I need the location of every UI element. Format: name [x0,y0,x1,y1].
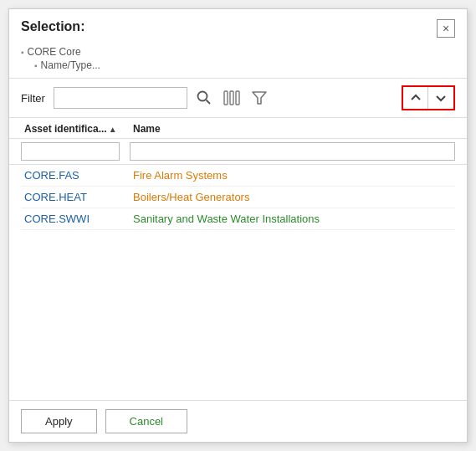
cancel-button[interactable]: Cancel [105,409,187,433]
search-icon [196,90,212,106]
sort-arrow-icon: ▲ [109,125,117,134]
column-chooser-icon [223,89,241,107]
nav-button-group [402,85,455,110]
table-row[interactable]: CORE.HEAT Boilers/Heat Generators [21,187,455,208]
apply-button[interactable]: Apply [21,409,97,433]
selection-dialog: Selection: × ▪ CORE Core ▪ Name/Type... … [8,8,468,443]
svg-point-0 [197,92,207,101]
breadcrumb-level1: CORE Core [28,46,81,58]
dialog-header: Selection: × [9,9,467,44]
breadcrumb-dot2: ▪ [34,61,38,70]
filter-icon [251,90,268,106]
close-button[interactable]: × [437,19,455,38]
chevron-down-icon [435,92,447,104]
breadcrumb: ▪ CORE Core ▪ Name/Type... [9,44,467,78]
cell-name-swwi[interactable]: Sanitary and Waste Water Installations [133,213,452,225]
breadcrumb-dot1: ▪ [21,48,24,57]
cell-asset-fas[interactable]: CORE.FAS [24,169,123,182]
table-row[interactable]: CORE.SWWI Sanitary and Waste Water Insta… [21,208,455,230]
cell-asset-swwi[interactable]: CORE.SWWI [24,213,123,225]
dialog-title: Selection: [21,19,84,34]
svg-rect-3 [230,91,233,105]
svg-rect-4 [236,91,239,105]
table-body: CORE.FAS Fire Alarm Systems CORE.HEAT Bo… [9,165,467,400]
svg-line-1 [206,100,210,105]
breadcrumb-level2: Name/Type... [41,59,100,71]
table-header: Asset identifica... ▲ Name [9,118,467,139]
column-header-name-label: Name [133,123,161,135]
svg-rect-2 [224,91,228,105]
cell-name-heat[interactable]: Boilers/Heat Generators [133,191,452,203]
column-header-asset-label: Asset identifica... [24,123,107,135]
asset-filter-input[interactable] [21,142,120,161]
filter-button[interactable] [249,88,269,108]
dialog-footer: Apply Cancel [9,400,467,442]
search-button[interactable] [194,88,214,108]
filter-label: Filter [21,92,45,105]
column-chooser-button[interactable] [221,87,243,109]
nav-down-button[interactable] [428,87,453,109]
cell-name-fas[interactable]: Fire Alarm Systems [133,169,452,182]
name-filter-input[interactable] [130,142,455,161]
chevron-up-icon [410,92,422,104]
table-row[interactable]: CORE.FAS Fire Alarm Systems [21,165,455,187]
column-header-name[interactable]: Name [130,118,455,138]
nav-up-button[interactable] [403,87,428,109]
column-filter-inputs [9,139,467,165]
filter-row: Filter [9,79,467,118]
column-header-asset[interactable]: Asset identifica... ▲ [21,118,130,138]
cell-asset-heat[interactable]: CORE.HEAT [24,191,123,203]
filter-input[interactable] [54,87,187,109]
svg-marker-5 [253,92,266,104]
